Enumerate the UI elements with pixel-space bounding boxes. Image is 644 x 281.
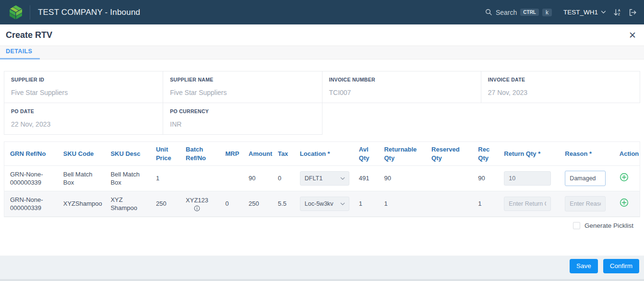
col-mrp: MRP bbox=[219, 142, 243, 166]
cell-amount: 250 bbox=[243, 191, 272, 217]
col-location: Location * bbox=[294, 142, 353, 166]
reason-input[interactable] bbox=[565, 196, 606, 211]
table-row: GRN-None-000000339 XYZShampoo XYZ Shampo… bbox=[4, 191, 640, 217]
warehouse-name: TEST_WH1 bbox=[563, 9, 598, 16]
cell-grn: GRN-None-000000339 bbox=[4, 191, 58, 217]
panel-header: Create RTV ✕ bbox=[0, 24, 644, 46]
cell-sku-code: XYZShampoo bbox=[58, 191, 105, 217]
col-return-qty: Return Qty * bbox=[498, 142, 559, 166]
col-avl-qty: Avl Qty bbox=[353, 142, 379, 166]
global-search[interactable]: Search CTRL k bbox=[485, 9, 552, 16]
cell-reserved-qty bbox=[426, 191, 472, 217]
field-value: Five Star Suppliers bbox=[170, 89, 315, 96]
field-invoice-number: INVOICE NUMBER TCI007 bbox=[322, 71, 481, 103]
col-reserved-qty: Reserved Qty bbox=[426, 142, 472, 166]
cell-amount: 90 bbox=[243, 166, 272, 191]
field-label: INVOICE NUMBER bbox=[329, 77, 474, 82]
cell-tax: 0 bbox=[272, 166, 294, 191]
col-grn-ref: GRN Ref/No bbox=[4, 142, 58, 166]
app-title: TEST COMPANY - Inbound bbox=[38, 8, 140, 17]
col-action: Action bbox=[614, 142, 640, 166]
location-select[interactable]: DFLT1 bbox=[300, 171, 349, 186]
form-empty-cell bbox=[322, 103, 481, 135]
field-label: PO CURRENCY bbox=[170, 108, 315, 114]
cell-sku-code: Bell Match Box bbox=[58, 166, 105, 191]
cell-rec-qty: 90 bbox=[472, 166, 498, 191]
app-header: TEST COMPANY - Inbound Search CTRL k TES… bbox=[0, 0, 644, 24]
cell-batch: XYZ123 bbox=[186, 196, 208, 205]
field-value: 22 Nov, 2023 bbox=[11, 120, 156, 128]
warehouse-selector[interactable]: TEST_WH1 bbox=[563, 9, 606, 16]
close-icon[interactable]: ✕ bbox=[629, 31, 636, 40]
tab-bar: DETAILS bbox=[0, 46, 644, 59]
return-qty-input[interactable] bbox=[504, 171, 551, 186]
field-label: SUPPLIER NAME bbox=[170, 77, 315, 82]
cell-mrp bbox=[219, 166, 243, 191]
cell-sku-desc: Bell Match Box bbox=[105, 166, 150, 191]
search-label: Search bbox=[496, 9, 517, 16]
return-qty-input[interactable] bbox=[504, 197, 551, 211]
cell-grn: GRN-None-000000339 bbox=[4, 166, 58, 191]
field-po-date: PO DATE 22 Nov, 2023 bbox=[4, 103, 163, 135]
col-amount: Amount bbox=[243, 142, 272, 166]
col-unit-price: Unit Price bbox=[150, 142, 180, 166]
field-label: INVOICE DATE bbox=[488, 77, 633, 82]
cell-unit-price: 250 bbox=[150, 191, 180, 217]
tab-details[interactable]: DETAILS bbox=[0, 48, 40, 59]
svg-text:Z: Z bbox=[618, 12, 620, 16]
field-value: 27 Nov, 2023 bbox=[488, 89, 633, 96]
field-value: TCI007 bbox=[329, 89, 474, 96]
company-logo bbox=[7, 3, 25, 22]
generate-picklist-checkbox[interactable] bbox=[573, 222, 580, 229]
field-invoice-date: INVOICE DATE 27 Nov, 2023 bbox=[481, 71, 640, 103]
cell-returnable-qty: 1 bbox=[378, 191, 426, 217]
field-value: Five Star Suppliers bbox=[11, 89, 156, 96]
shortcut-ctrl-badge: CTRL bbox=[520, 9, 539, 16]
logo-cube-icon bbox=[7, 4, 24, 21]
cell-avl-qty: 1 bbox=[353, 191, 379, 217]
svg-text:A: A bbox=[618, 9, 620, 12]
field-supplier-name: SUPPLIER NAME Five Star Suppliers bbox=[163, 71, 322, 103]
confirm-button[interactable]: Confirm bbox=[603, 259, 639, 273]
search-icon bbox=[485, 9, 492, 16]
col-tax: Tax bbox=[272, 142, 294, 166]
shortcut-k-badge: k bbox=[542, 9, 552, 16]
plus-circle-icon bbox=[620, 173, 629, 182]
logout-icon[interactable] bbox=[628, 8, 637, 17]
col-rec-qty: Rec Qty bbox=[472, 142, 498, 166]
col-sku-code: SKU Code bbox=[58, 142, 105, 166]
field-label: PO DATE bbox=[11, 108, 156, 114]
info-icon[interactable] bbox=[194, 205, 200, 211]
form-empty-cell bbox=[481, 103, 640, 135]
cell-mrp: 0 bbox=[219, 191, 243, 217]
location-value: DFLT1 bbox=[305, 175, 322, 183]
cell-returnable-qty: 90 bbox=[378, 166, 426, 191]
field-po-currency: PO CURRENCY INR bbox=[163, 103, 322, 135]
rtv-details-form: SUPPLIER ID Five Star Suppliers SUPPLIER… bbox=[4, 71, 640, 135]
cell-rec-qty: 1 bbox=[472, 191, 498, 217]
field-value: INR bbox=[170, 120, 315, 128]
field-label: SUPPLIER ID bbox=[11, 77, 156, 82]
col-sku-desc: SKU Desc bbox=[105, 142, 150, 166]
generate-picklist-label: Generate Picklist bbox=[584, 222, 633, 229]
location-select[interactable]: Loc-5w3kv bbox=[300, 197, 349, 211]
add-row-button[interactable] bbox=[620, 198, 629, 207]
cell-batch bbox=[180, 166, 219, 191]
cell-reserved-qty bbox=[426, 166, 472, 191]
picklist-option-row: Generate Picklist bbox=[0, 217, 644, 229]
add-row-button[interactable] bbox=[620, 173, 629, 182]
plus-circle-icon bbox=[620, 198, 629, 207]
save-button[interactable]: Save bbox=[570, 259, 598, 273]
location-value: Loc-5w3kv bbox=[305, 200, 334, 208]
cell-sku-desc: XYZ Shampoo bbox=[105, 191, 150, 217]
col-batch-ref: Batch Ref/No bbox=[180, 142, 219, 166]
cell-unit-price: 1 bbox=[150, 166, 180, 191]
header-divider bbox=[30, 5, 30, 20]
chevron-down-icon bbox=[340, 177, 345, 180]
table-row: GRN-None-000000339 Bell Match Box Bell M… bbox=[4, 166, 640, 191]
sort-alpha-icon[interactable]: A Z bbox=[613, 8, 621, 17]
reason-input[interactable] bbox=[565, 171, 606, 186]
cell-avl-qty: 491 bbox=[353, 166, 379, 191]
col-reason: Reason * bbox=[559, 142, 613, 166]
table-header-row: GRN Ref/No SKU Code SKU Desc Unit Price … bbox=[4, 142, 640, 166]
